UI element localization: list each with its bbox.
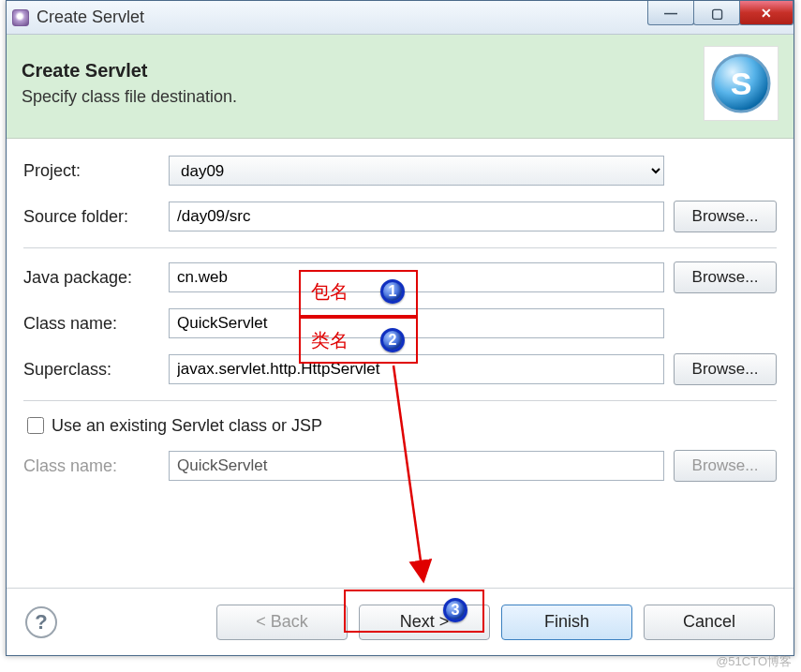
- annotation-number-1: 1: [380, 279, 405, 304]
- class-name-label: Class name:: [23, 314, 169, 334]
- browse-package-button[interactable]: Browse...: [674, 261, 777, 293]
- browse-source-button[interactable]: Browse...: [674, 201, 777, 232]
- browse-superclass-button[interactable]: Browse...: [674, 353, 777, 385]
- annotation-label-2: 类名: [311, 328, 349, 353]
- browse-existing-button: Browse...: [674, 450, 777, 482]
- source-folder-row: Source folder: Browse...: [23, 201, 777, 232]
- form-content: Project: day09 Source folder: Browse... …: [7, 139, 794, 504]
- separator-1: [23, 247, 777, 248]
- servlet-icon-letter: S: [731, 66, 752, 101]
- source-folder-label: Source folder:: [23, 207, 169, 227]
- wizard-subtitle: Specify class file destination.: [22, 87, 704, 107]
- source-folder-input[interactable]: [169, 202, 664, 231]
- project-row: Project: day09: [23, 156, 777, 186]
- minimize-button[interactable]: —: [647, 1, 694, 25]
- annotation-label-1: 包名: [311, 279, 349, 305]
- annotation-number-3: 3: [443, 598, 467, 622]
- existing-class-label: Class name:: [23, 456, 169, 476]
- superclass-label: Superclass:: [23, 360, 169, 380]
- finish-button[interactable]: Finish: [501, 605, 632, 640]
- separator-2: [23, 400, 777, 401]
- existing-class-input: [169, 451, 664, 481]
- wizard-title: Create Servlet: [22, 60, 704, 82]
- use-existing-checkbox[interactable]: [27, 417, 44, 434]
- help-button[interactable]: ?: [25, 606, 57, 638]
- servlet-icon: S: [704, 46, 779, 121]
- java-package-input[interactable]: [169, 262, 664, 292]
- project-label: Project:: [23, 161, 169, 181]
- project-select[interactable]: day09: [169, 156, 664, 186]
- class-name-input[interactable]: [169, 308, 664, 338]
- java-package-label: Java package:: [23, 268, 169, 288]
- wizard-header: Create Servlet Specify class file destin…: [7, 35, 794, 139]
- watermark: @51CTO博客: [716, 653, 792, 670]
- next-button[interactable]: Next >: [359, 605, 490, 640]
- cancel-button[interactable]: Cancel: [644, 605, 775, 640]
- window-controls: — ▢ ✕: [648, 1, 794, 25]
- existing-class-row: Class name: Browse...: [23, 450, 777, 482]
- eclipse-icon: [12, 9, 29, 26]
- window-title: Create Servlet: [37, 7, 144, 27]
- superclass-input[interactable]: [169, 354, 664, 384]
- button-bar: ? < Back Next > Finish Cancel: [7, 588, 794, 655]
- use-existing-row: Use an existing Servlet class or JSP: [23, 414, 777, 437]
- annotation-number-2: 2: [380, 328, 405, 352]
- maximize-button[interactable]: ▢: [693, 1, 740, 25]
- dialog-window: Create Servlet — ▢ ✕ Create Servlet Spec…: [6, 0, 794, 656]
- close-button[interactable]: ✕: [739, 1, 794, 25]
- superclass-row: Superclass: Browse...: [23, 353, 777, 385]
- titlebar[interactable]: Create Servlet — ▢ ✕: [7, 1, 794, 35]
- use-existing-label: Use an existing Servlet class or JSP: [52, 416, 322, 436]
- back-button: < Back: [216, 605, 348, 640]
